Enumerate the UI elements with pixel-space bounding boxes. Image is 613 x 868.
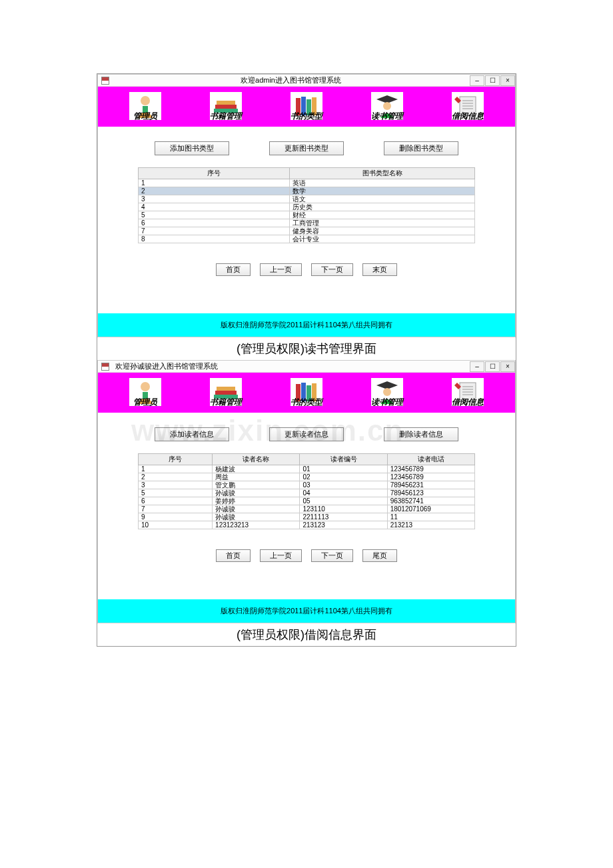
- table-row[interactable]: 6姜婷婷05963852741: [139, 497, 475, 505]
- table-cell: 2211113: [300, 513, 387, 521]
- table-row[interactable]: 5财经: [139, 211, 475, 219]
- col-type-name: 图书类型名称: [290, 168, 475, 179]
- pager: 首页 上一页 下一页 末页: [111, 263, 502, 276]
- delete-book-type-button[interactable]: 删除图书类型: [384, 141, 458, 155]
- table-row[interactable]: 2数学: [139, 187, 475, 195]
- nav-books[interactable]: 书籍管理: [210, 378, 242, 408]
- maximize-button[interactable]: ☐: [485, 75, 500, 86]
- minimize-button[interactable]: –: [470, 75, 484, 86]
- table-cell: 杨建波: [213, 465, 300, 473]
- table-cell: 123110: [300, 505, 387, 513]
- last-page-button[interactable]: 末页: [362, 263, 397, 276]
- table-cell: 8: [139, 235, 290, 243]
- table-cell: 5: [139, 489, 213, 497]
- table-cell: 7: [139, 227, 290, 235]
- nav-admin[interactable]: 管理员: [129, 92, 161, 122]
- table-cell: 工商管理: [290, 219, 475, 227]
- table-cell: 6: [139, 497, 213, 505]
- table-cell: 10: [139, 521, 213, 529]
- table-cell: 123456789: [387, 465, 474, 473]
- nav-label: 书籍管理: [210, 397, 242, 408]
- footer-copyright: 版权归淮阴师范学院2011届计科1104第八组共同拥有: [98, 313, 515, 337]
- table-row[interactable]: 1英语: [139, 179, 475, 187]
- table-row[interactable]: 4历史类: [139, 203, 475, 211]
- table-row[interactable]: 6工商管理: [139, 219, 475, 227]
- nav-borrow[interactable]: 借阅信息: [452, 92, 484, 122]
- table-row[interactable]: 7孙诚骏12311018012071069: [139, 505, 475, 513]
- update-book-type-button[interactable]: 更新图书类型: [269, 141, 344, 155]
- table-cell: 健身美容: [290, 227, 475, 235]
- nav-label: 书籍管理: [210, 111, 242, 122]
- first-page-button[interactable]: 首页: [216, 263, 251, 276]
- nav-label: 读书管理: [371, 111, 403, 122]
- add-reader-button[interactable]: 添加读者信息: [155, 427, 229, 441]
- table-row[interactable]: 1杨建波01123456789: [139, 465, 475, 473]
- table-row[interactable]: 8会计专业: [139, 235, 475, 243]
- table-cell: 963852741: [387, 497, 474, 505]
- table-cell: 9: [139, 513, 213, 521]
- table-cell: 02: [300, 473, 387, 481]
- table-cell: 姜婷婷: [213, 497, 300, 505]
- update-reader-button[interactable]: 更新读者信息: [269, 427, 344, 441]
- col-index: 序号: [139, 454, 213, 465]
- add-book-type-button[interactable]: 添加图书类型: [155, 141, 229, 155]
- table-cell: 03: [300, 481, 387, 489]
- minimize-button[interactable]: –: [470, 361, 484, 372]
- svg-rect-3: [215, 105, 237, 109]
- last-page-button[interactable]: 尾页: [362, 549, 397, 562]
- next-page-button[interactable]: 下一页: [311, 263, 353, 276]
- caption-2: (管理员权限)借阅信息界面: [97, 623, 516, 646]
- first-page-button[interactable]: 首页: [216, 549, 251, 562]
- main-nav: 管理员 书籍管理 书的类型 读书管理 借阅信息: [98, 87, 515, 127]
- maximize-button[interactable]: ☐: [485, 361, 500, 372]
- table-row[interactable]: 7健身美容: [139, 227, 475, 235]
- table-cell: 2: [139, 473, 213, 481]
- nav-borrow[interactable]: 借阅信息: [452, 378, 484, 408]
- table-cell: 789456123: [387, 489, 474, 497]
- nav-admin[interactable]: 管理员: [129, 378, 161, 408]
- table-cell: 213213: [387, 521, 474, 529]
- table-cell: 1: [139, 465, 213, 473]
- nav-books[interactable]: 书籍管理: [210, 92, 242, 122]
- next-page-button[interactable]: 下一页: [311, 549, 353, 562]
- table-cell: 英语: [290, 179, 475, 187]
- window-title: 欢迎admin进入图书馆管理系统: [113, 75, 469, 85]
- table-row[interactable]: 10123123213213123213213: [139, 521, 475, 529]
- prev-page-button[interactable]: 上一页: [260, 549, 302, 562]
- nav-reader[interactable]: 读书管理: [371, 92, 403, 122]
- table-cell: 7: [139, 505, 213, 513]
- nav-reader[interactable]: 读书管理: [371, 378, 403, 408]
- col-reader-phone: 读者电话: [387, 454, 474, 465]
- table-cell: 2: [139, 187, 290, 195]
- table-cell: 01: [300, 465, 387, 473]
- nav-book-type[interactable]: 书的类型: [291, 378, 322, 408]
- table-cell: 5: [139, 211, 290, 219]
- nav-label: 管理员: [133, 397, 157, 408]
- nav-label: 书的类型: [291, 397, 322, 408]
- svg-point-27: [383, 388, 391, 396]
- table-row[interactable]: 2周益02123456789: [139, 473, 475, 481]
- prev-page-button[interactable]: 上一页: [260, 263, 302, 276]
- nav-label: 读书管理: [371, 397, 403, 408]
- titlebar: 欢迎admin进入图书馆管理系统 – ☐ ×: [98, 75, 515, 87]
- table-row[interactable]: 3语文: [139, 195, 475, 203]
- svg-rect-21: [217, 387, 235, 391]
- table-row[interactable]: 9孙诚骏221111311: [139, 513, 475, 521]
- nav-label: 借阅信息: [452, 397, 484, 408]
- table-cell: 管文鹏: [213, 481, 300, 489]
- table-cell: 周益: [213, 473, 300, 481]
- table-cell: 6: [139, 219, 290, 227]
- nav-book-type[interactable]: 书的类型: [291, 92, 322, 122]
- delete-reader-button[interactable]: 删除读者信息: [384, 427, 458, 441]
- titlebar: 欢迎孙诚骏进入图书馆管理系统 – ☐ ×: [98, 361, 515, 373]
- pager: 首页 上一页 下一页 尾页: [111, 549, 502, 562]
- footer-copyright: 版权归淮阴师范学院2011届计科1104第八组共同拥有: [98, 599, 515, 623]
- table-cell: 孙诚骏: [213, 513, 300, 521]
- table-cell: 数学: [290, 187, 475, 195]
- close-button[interactable]: ×: [500, 361, 515, 372]
- svg-point-0: [141, 96, 150, 105]
- table-row[interactable]: 5孙诚骏04789456123: [139, 489, 475, 497]
- table-cell: 历史类: [290, 203, 475, 211]
- close-button[interactable]: ×: [500, 75, 515, 86]
- table-row[interactable]: 3管文鹏03789456231: [139, 481, 475, 489]
